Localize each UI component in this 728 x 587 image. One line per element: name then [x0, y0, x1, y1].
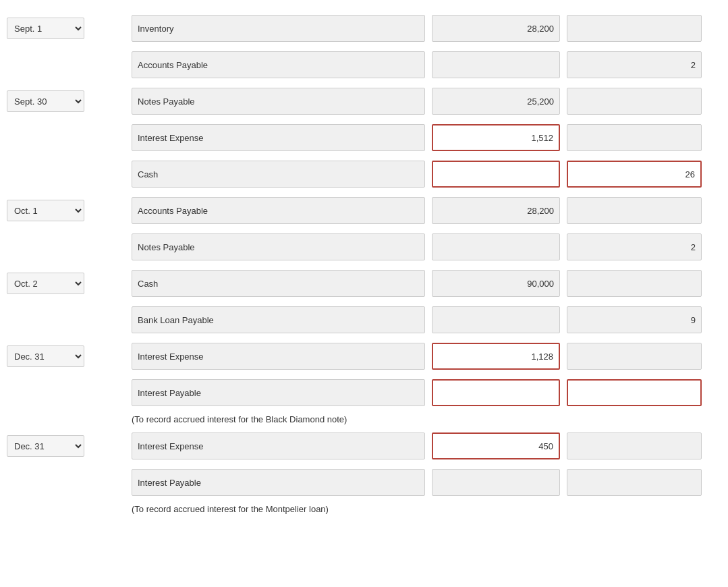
journal-row-8: Sept. 1 Sept. 30 Oct. 1 Oct. 2 Dec. 31 — [7, 269, 728, 298]
date-select-8[interactable]: Sept. 1 Sept. 30 Oct. 1 Oct. 2 Dec. 31 — [7, 273, 84, 294]
account-input-5[interactable] — [132, 161, 425, 188]
account-input-2[interactable] — [132, 51, 425, 78]
account-cell-3 — [132, 88, 432, 115]
account-input-1[interactable] — [132, 15, 425, 42]
debit-input-13[interactable] — [432, 469, 560, 496]
date-select-3[interactable]: Sept. 1 Sept. 30 Oct. 1 Oct. 2 Dec. 31 — [7, 90, 84, 112]
date-select-12[interactable]: Sept. 1 Sept. 30 Oct. 1 Oct. 2 Dec. 31 — [7, 435, 84, 457]
debit-input-4[interactable] — [432, 124, 560, 151]
debit-cell-12 — [432, 432, 567, 459]
account-input-13[interactable] — [132, 469, 425, 496]
account-input-10[interactable] — [132, 343, 425, 370]
debit-input-5[interactable] — [432, 161, 560, 188]
date-select-6[interactable]: Sept. 1 Sept. 30 Oct. 1 Oct. 2 Dec. 31 — [7, 200, 84, 221]
credit-cell-5 — [567, 161, 702, 188]
credit-cell-7 — [567, 233, 702, 260]
account-cell-7 — [132, 233, 432, 260]
account-input-3[interactable] — [132, 88, 425, 115]
credit-cell-3 — [567, 88, 702, 115]
credit-cell-8 — [567, 270, 702, 297]
debit-input-3[interactable] — [432, 88, 560, 115]
debit-cell-6 — [432, 197, 567, 224]
debit-cell-4 — [432, 124, 567, 151]
account-input-8[interactable] — [132, 270, 425, 297]
credit-input-12[interactable] — [567, 432, 702, 459]
account-cell-2 — [132, 51, 432, 78]
date-cell-3: Sept. 1 Sept. 30 Oct. 1 Oct. 2 Dec. 31 — [7, 90, 132, 112]
debit-input-12[interactable] — [432, 432, 560, 459]
credit-input-9[interactable] — [567, 306, 702, 333]
account-input-11[interactable] — [132, 379, 425, 406]
debit-cell-1 — [432, 15, 567, 42]
credit-input-1[interactable] — [567, 15, 702, 42]
account-cell-1 — [132, 15, 432, 42]
journal-row-13 — [7, 468, 728, 497]
credit-input-6[interactable] — [567, 197, 702, 224]
account-cell-11 — [132, 379, 432, 406]
credit-cell-12 — [567, 432, 702, 459]
debit-cell-10 — [432, 343, 567, 370]
account-cell-8 — [132, 270, 432, 297]
journal-row-2 — [7, 50, 728, 80]
debit-cell-3 — [432, 88, 567, 115]
credit-input-10[interactable] — [567, 343, 702, 370]
credit-input-7[interactable] — [567, 233, 702, 260]
debit-input-7[interactable] — [432, 233, 560, 260]
credit-input-3[interactable] — [567, 88, 702, 115]
debit-input-10[interactable] — [432, 343, 560, 370]
date-select-10[interactable]: Sept. 1 Sept. 30 Oct. 1 Oct. 2 Dec. 31 — [7, 345, 84, 367]
credit-cell-1 — [567, 15, 702, 42]
note-row-montpelier: (To record accrued interest for the Mont… — [7, 504, 728, 514]
credit-cell-4 — [567, 124, 702, 151]
account-cell-13 — [132, 469, 432, 496]
account-input-6[interactable] — [132, 197, 425, 224]
debit-input-9[interactable] — [432, 306, 560, 333]
credit-input-11[interactable] — [567, 379, 702, 406]
debit-cell-11 — [432, 379, 567, 406]
date-select-1[interactable]: Sept. 1 Sept. 30 Oct. 1 Oct. 2 Dec. 31 — [7, 18, 84, 39]
credit-input-5[interactable] — [567, 161, 702, 188]
credit-input-13[interactable] — [567, 469, 702, 496]
date-cell-8: Sept. 1 Sept. 30 Oct. 1 Oct. 2 Dec. 31 — [7, 273, 132, 294]
account-input-12[interactable] — [132, 432, 425, 459]
account-cell-9 — [132, 306, 432, 333]
account-input-9[interactable] — [132, 306, 425, 333]
credit-cell-10 — [567, 343, 702, 370]
date-cell-12: Sept. 1 Sept. 30 Oct. 1 Oct. 2 Dec. 31 — [7, 435, 132, 457]
debit-cell-8 — [432, 270, 567, 297]
account-cell-6 — [132, 197, 432, 224]
debit-cell-9 — [432, 306, 567, 333]
account-input-7[interactable] — [132, 233, 425, 260]
journal-row-11 — [7, 378, 728, 408]
credit-cell-6 — [567, 197, 702, 224]
credit-cell-11 — [567, 379, 702, 406]
debit-input-6[interactable] — [432, 197, 560, 224]
credit-cell-2 — [567, 51, 702, 78]
account-cell-10 — [132, 343, 432, 370]
note-text-montpelier: (To record accrued interest for the Mont… — [132, 504, 329, 514]
debit-input-1[interactable] — [432, 15, 560, 42]
date-cell-1: Sept. 1 Sept. 30 Oct. 1 Oct. 2 Dec. 31 — [7, 18, 132, 39]
journal-row-1: Sept. 1 Sept. 30 Oct. 1 Oct. 2 Dec. 31 — [7, 13, 728, 43]
journal-row-12: Sept. 1 Sept. 30 Oct. 1 Oct. 2 Dec. 31 — [7, 431, 728, 461]
credit-input-4[interactable] — [567, 124, 702, 151]
journal-row-10: Sept. 1 Sept. 30 Oct. 1 Oct. 2 Dec. 31 — [7, 341, 728, 371]
debit-cell-13 — [432, 469, 567, 496]
journal-container: Sept. 1 Sept. 30 Oct. 1 Oct. 2 Dec. 31 — [7, 7, 728, 587]
journal-row-5 — [7, 159, 728, 189]
account-input-4[interactable] — [132, 124, 425, 151]
debit-input-11[interactable] — [432, 379, 560, 406]
debit-input-2[interactable] — [432, 51, 560, 78]
credit-input-8[interactable] — [567, 270, 702, 297]
date-cell-6: Sept. 1 Sept. 30 Oct. 1 Oct. 2 Dec. 31 — [7, 200, 132, 221]
journal-row-9 — [7, 305, 728, 335]
debit-cell-7 — [432, 233, 567, 260]
journal-row-3: Sept. 1 Sept. 30 Oct. 1 Oct. 2 Dec. 31 — [7, 86, 728, 116]
credit-input-2[interactable] — [567, 51, 702, 78]
date-cell-10: Sept. 1 Sept. 30 Oct. 1 Oct. 2 Dec. 31 — [7, 345, 132, 367]
account-cell-12 — [132, 432, 432, 459]
debit-input-8[interactable] — [432, 270, 560, 297]
credit-cell-13 — [567, 469, 702, 496]
debit-cell-5 — [432, 161, 567, 188]
note-text-black-diamond: (To record accrued interest for the Blac… — [132, 414, 347, 424]
